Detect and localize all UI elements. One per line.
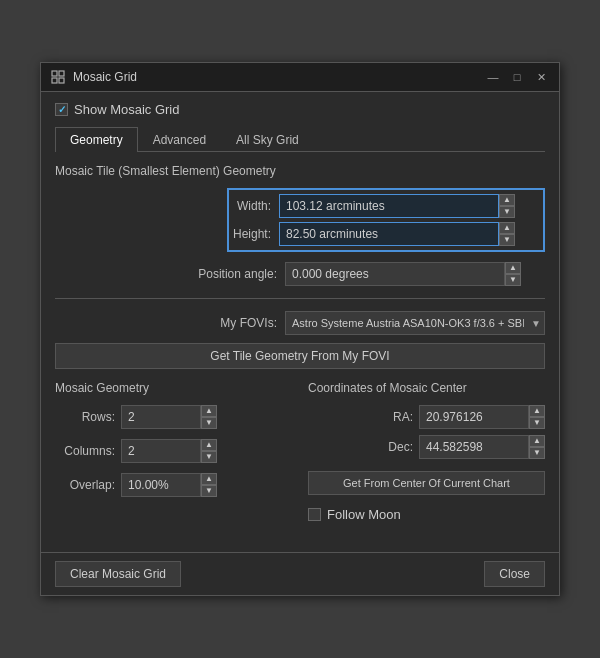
position-angle-input[interactable] [285, 262, 505, 286]
tab-geometry[interactable]: Geometry [55, 127, 138, 152]
dec-input[interactable] [419, 435, 529, 459]
position-angle-down-button[interactable]: ▼ [505, 274, 521, 286]
width-input[interactable] [279, 194, 499, 218]
ra-row: RA: ▲ ▼ [308, 405, 545, 429]
position-angle-wrapper: ▲ ▼ [285, 262, 545, 286]
height-down-button[interactable]: ▼ [499, 234, 515, 246]
ra-down-button[interactable]: ▼ [529, 417, 545, 429]
width-spin-buttons: ▲ ▼ [499, 194, 515, 218]
coordinates-title: Coordinates of Mosaic Center [308, 381, 545, 395]
dec-up-button[interactable]: ▲ [529, 435, 545, 447]
columns-spin: ▲ ▼ [201, 439, 217, 463]
tab-bar: Geometry Advanced All Sky Grid [55, 127, 545, 152]
overlap-label: Overlap: [55, 478, 115, 492]
follow-moon-row: Follow Moon [308, 507, 545, 522]
tab-advanced[interactable]: Advanced [138, 127, 221, 152]
fov-row: My FOVIs: Astro Systeme Austria ASA10N-O… [55, 311, 545, 335]
minimize-button[interactable]: — [485, 69, 501, 85]
show-mosaic-grid-label: Show Mosaic Grid [74, 102, 179, 117]
title-bar: Mosaic Grid — □ ✕ [41, 63, 559, 92]
title-bar-controls: — □ ✕ [485, 69, 549, 85]
close-button[interactable]: Close [484, 561, 545, 587]
overlap-spin: ▲ ▼ [201, 473, 217, 497]
columns-label: Columns: [55, 444, 115, 458]
dec-row: Dec: ▲ ▼ [308, 435, 545, 459]
width-row: Width: ▲ ▼ [233, 194, 539, 218]
ra-up-button[interactable]: ▲ [529, 405, 545, 417]
window-title: Mosaic Grid [73, 70, 137, 84]
rows-input-wrapper: ▲ ▼ [121, 405, 292, 429]
grid-icon [51, 70, 65, 84]
position-angle-up-button[interactable]: ▲ [505, 262, 521, 274]
two-column-section: Mosaic Geometry Rows: ▲ ▼ Columns: [55, 381, 545, 522]
bottom-bar: Clear Mosaic Grid Close [41, 552, 559, 595]
overlap-input-wrapper: ▲ ▼ [121, 473, 292, 497]
follow-moon-label: Follow Moon [327, 507, 401, 522]
svg-rect-3 [59, 78, 64, 83]
dec-label: Dec: [383, 440, 413, 454]
overlap-down-button[interactable]: ▼ [201, 485, 217, 497]
height-label: Height: [233, 227, 271, 241]
window-content: Show Mosaic Grid Geometry Advanced All S… [41, 92, 559, 542]
svg-rect-0 [52, 71, 57, 76]
mosaic-geometry-title: Mosaic Geometry [55, 381, 292, 395]
height-up-button[interactable]: ▲ [499, 222, 515, 234]
rows-up-button[interactable]: ▲ [201, 405, 217, 417]
coordinates-section: Coordinates of Mosaic Center RA: ▲ ▼ Dec… [308, 381, 545, 522]
fov-select-wrapper: Astro Systeme Austria ASA10N-OK3 f/3.6 +… [285, 311, 545, 335]
columns-input-wrapper: ▲ ▼ [121, 439, 292, 463]
height-input-wrapper: ▲ ▼ [279, 222, 539, 246]
rows-down-button[interactable]: ▼ [201, 417, 217, 429]
divider-1 [55, 298, 545, 299]
width-label: Width: [237, 199, 271, 213]
close-window-button[interactable]: ✕ [533, 69, 549, 85]
rows-spin: ▲ ▼ [201, 405, 217, 429]
rows-row: Rows: ▲ ▼ [55, 405, 292, 429]
width-input-wrapper: ▲ ▼ [279, 194, 539, 218]
svg-rect-2 [52, 78, 57, 83]
coordinates-form: RA: ▲ ▼ Dec: ▲ ▼ [308, 405, 545, 522]
mosaic-grid-window: Mosaic Grid — □ ✕ Show Mosaic Grid Geome… [40, 62, 560, 596]
rows-label: Rows: [55, 410, 115, 424]
position-angle-spin: ▲ ▼ [505, 262, 521, 286]
tab-all-sky-grid[interactable]: All Sky Grid [221, 127, 314, 152]
clear-mosaic-grid-button[interactable]: Clear Mosaic Grid [55, 561, 181, 587]
svg-rect-1 [59, 71, 64, 76]
ra-input[interactable] [419, 405, 529, 429]
position-angle-row: Position angle: ▲ ▼ [55, 262, 545, 286]
show-mosaic-grid-row: Show Mosaic Grid [55, 102, 545, 117]
columns-up-button[interactable]: ▲ [201, 439, 217, 451]
maximize-button[interactable]: □ [509, 69, 525, 85]
dec-spin: ▲ ▼ [529, 435, 545, 459]
position-angle-label: Position angle: [198, 267, 277, 281]
overlap-up-button[interactable]: ▲ [201, 473, 217, 485]
width-height-highlighted: Width: ▲ ▼ Height: [227, 188, 545, 252]
height-row: Height: ▲ ▼ [233, 222, 539, 246]
get-from-chart-button[interactable]: Get From Center Of Current Chart [308, 471, 545, 495]
tile-section-title: Mosaic Tile (Smallest Element) Geometry [55, 164, 545, 178]
columns-row: Columns: ▲ ▼ [55, 439, 292, 463]
width-down-button[interactable]: ▼ [499, 206, 515, 218]
overlap-row: Overlap: ▲ ▼ [55, 473, 292, 497]
height-spin-buttons: ▲ ▼ [499, 222, 515, 246]
width-up-button[interactable]: ▲ [499, 194, 515, 206]
title-bar-left: Mosaic Grid [51, 70, 137, 84]
height-input[interactable] [279, 222, 499, 246]
fov-select[interactable]: Astro Systeme Austria ASA10N-OK3 f/3.6 +… [285, 311, 545, 335]
fov-label: My FOVIs: [220, 316, 277, 330]
dec-down-button[interactable]: ▼ [529, 447, 545, 459]
ra-label: RA: [383, 410, 413, 424]
ra-spin: ▲ ▼ [529, 405, 545, 429]
overlap-input[interactable] [121, 473, 201, 497]
rows-input[interactable] [121, 405, 201, 429]
columns-input[interactable] [121, 439, 201, 463]
follow-moon-checkbox[interactable] [308, 508, 321, 521]
columns-down-button[interactable]: ▼ [201, 451, 217, 463]
get-tile-geometry-button[interactable]: Get Tile Geometry From My FOVI [55, 343, 545, 369]
mosaic-geometry-section: Mosaic Geometry Rows: ▲ ▼ Columns: [55, 381, 292, 522]
show-mosaic-grid-checkbox[interactable] [55, 103, 68, 116]
